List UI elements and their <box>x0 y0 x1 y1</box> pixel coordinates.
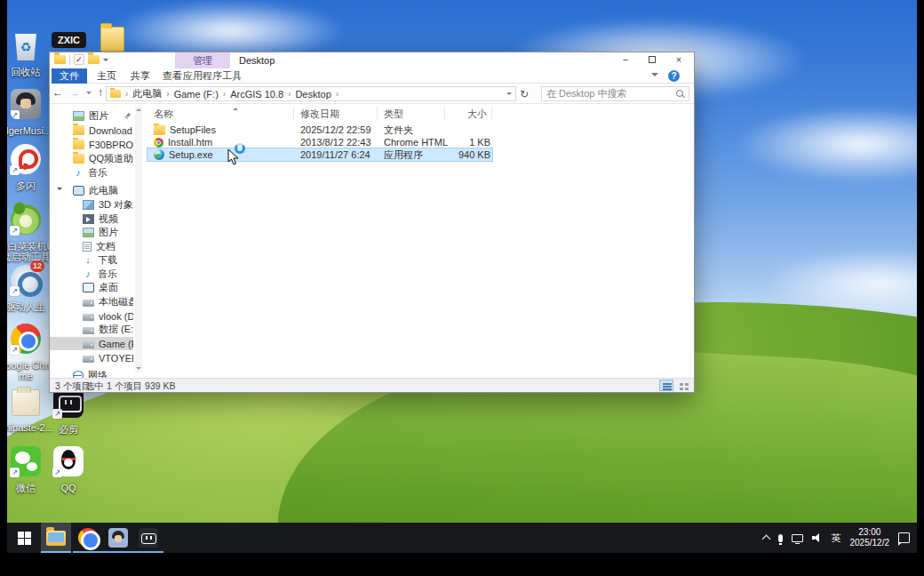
sidebar-item-3d-objects[interactable]: 3D 对象 <box>50 198 133 212</box>
breadcrumb-this-pc[interactable]: 此电脑 <box>132 87 162 100</box>
sidebar-item-f30bpro[interactable]: F30BPRO <box>50 138 133 151</box>
file-row-setup-exe[interactable]: Setup.exe 2019/11/27 6:24 应用程序 940 KB <box>147 148 492 161</box>
column-name[interactable]: 名称 <box>147 107 294 121</box>
qat-customize-icon[interactable] <box>103 59 108 64</box>
maximize-button[interactable] <box>639 52 665 68</box>
crumb-separator: › <box>288 89 291 99</box>
hidden-folder-icon[interactable] <box>100 27 124 52</box>
pictures-icon <box>73 111 84 121</box>
desktop-icon-zxic[interactable]: ZXIC <box>52 32 86 48</box>
column-size[interactable]: 大小 <box>445 107 492 121</box>
tab-share[interactable]: 共享 <box>123 68 158 84</box>
column-date[interactable]: 修改日期 <box>294 107 378 121</box>
tab-app-tools[interactable]: 应用程序工具 <box>175 68 250 84</box>
desktop-icon-qq[interactable]: ↗ QQ <box>39 446 98 493</box>
taskbar: 英 23:00 2025/12/2 <box>7 523 917 553</box>
scroll-down-icon[interactable] <box>136 367 141 370</box>
qat-newfolder-icon[interactable] <box>88 55 100 64</box>
forward-button[interactable]: → <box>69 86 80 99</box>
pictures-icon <box>83 228 94 237</box>
sidebar-item-music[interactable]: ♪ 音乐 <box>50 268 133 281</box>
sidebar-scrollbar[interactable] <box>135 106 142 372</box>
crumb-separator: › <box>125 89 128 99</box>
sidebar-item-desktop[interactable]: 桌面 <box>50 281 133 294</box>
start-button[interactable] <box>9 523 39 553</box>
qq-icon: ↗ <box>53 446 84 476</box>
thumbnails-view-button[interactable] <box>676 380 690 391</box>
sidebar-item-vtoyefi-g[interactable]: VTOYEFI (G:) <box>50 351 133 364</box>
sidebar-item-local-disk-c[interactable]: 本地磁盘 (C:) <box>50 295 133 308</box>
3d-objects-icon <box>83 200 94 210</box>
file-row-setupfiles[interactable]: SetupFiles 2025/12/2 22:59 文件夹 <box>147 124 492 136</box>
sidebar-item-download[interactable]: Download <box>50 124 133 137</box>
file-row-install-htm[interactable]: Install.htm 2013/8/12 22:43 Chrome HTML … <box>147 136 492 148</box>
address-bar[interactable]: › 此电脑 › Game (F:) › ArcGIS 10.8 › Deskto… <box>106 86 516 101</box>
sidebar-item-this-pc[interactable]: 此电脑 <box>50 184 133 197</box>
sidebar-item-videos[interactable]: 视频 <box>50 212 133 226</box>
drive-icon <box>83 341 94 348</box>
search-icon[interactable] <box>675 90 684 99</box>
ribbon-collapse-icon[interactable] <box>651 73 658 80</box>
desktop[interactable]: ♻ 回收站 ↗ AlgerMusi... ↗ 多闪 ↗ 大白菜装机U盘启动工具 … <box>7 0 917 553</box>
sidebar-item-game-f[interactable]: Game (F:) <box>50 337 133 350</box>
divider <box>69 55 70 65</box>
qat-folder-icon[interactable] <box>54 55 66 64</box>
sidebar-item-qq-helper[interactable]: QQ频道助手v3.5 <box>50 152 133 165</box>
desktop-icon-alger-music[interactable]: ↗ AlgerMusi... <box>7 89 55 136</box>
minimize-button[interactable]: − <box>612 52 639 68</box>
taskbar-bijian-button[interactable] <box>133 523 163 553</box>
refresh-button[interactable]: ↻ <box>520 88 529 100</box>
desktop-icon-chrome[interactable]: ↗ Google Chrome <box>7 324 55 381</box>
alger-music-icon <box>108 528 128 548</box>
desktop-icon-bijian[interactable]: ↗ 必剪 <box>39 388 98 435</box>
desktop-icon-dabaicai[interactable]: ↗ 大白菜装机U盘启动工具 <box>7 204 55 262</box>
address-dropdown-icon[interactable] <box>506 92 512 98</box>
sidebar-item-pictures[interactable]: 图片 <box>50 226 133 239</box>
desktop-icon-duoshan[interactable]: ↗ 多闪 <box>7 144 55 191</box>
desktop-icon-recycle-bin[interactable]: ♻ 回收站 <box>7 32 55 77</box>
volume-icon[interactable] <box>812 533 823 542</box>
microphone-icon[interactable] <box>778 534 783 542</box>
input-language-indicator[interactable]: 英 <box>832 532 841 545</box>
tab-file[interactable]: 文件 <box>52 68 87 84</box>
taskbar-chrome-button[interactable] <box>73 523 103 553</box>
title-bar[interactable]: ✓ 管理 Desktop − × <box>50 52 694 68</box>
details-view-button[interactable] <box>659 380 673 391</box>
taskbar-algermusic-button[interactable] <box>103 523 133 553</box>
sidebar-item-vlook-d[interactable]: vlook (D:) <box>50 309 133 323</box>
sidebar-item-downloads[interactable]: ↓ 下载 <box>50 253 133 267</box>
sidebar-item-data-e[interactable]: 数据 (E:) <box>50 323 133 336</box>
close-button[interactable]: × <box>665 52 692 68</box>
alger-music-icon: ↗ <box>11 89 41 119</box>
back-button[interactable]: ← <box>52 86 63 99</box>
qat-properties-icon[interactable]: ✓ <box>74 54 84 65</box>
explorer-window: ✓ 管理 Desktop − × 文件 主页 共享 查看 应用程序工具 <box>49 52 695 393</box>
recent-locations-icon[interactable] <box>86 92 92 97</box>
desktop-icon-qudong[interactable]: 12 ↗ 驱动人生 <box>7 265 55 312</box>
file-list: 名称 修改日期 类型 大小 SetupFiles 2025/12/2 22:59… <box>147 104 689 371</box>
breadcrumb-desktop[interactable]: Desktop <box>295 89 331 100</box>
tab-home[interactable]: 主页 <box>89 68 124 84</box>
snipaste-icon <box>12 389 40 416</box>
expand-caret-icon[interactable] <box>57 188 62 193</box>
help-button[interactable]: ? <box>668 70 680 82</box>
action-center-icon[interactable] <box>898 532 910 543</box>
sort-ascending-icon <box>233 105 238 110</box>
breadcrumb-arcgis[interactable]: ArcGIS 10.8 <box>230 89 283 100</box>
videos-icon <box>83 214 94 224</box>
sidebar-item-documents[interactable]: 文档 <box>50 240 133 253</box>
hidden-icons-chevron[interactable] <box>761 535 770 544</box>
search-placeholder: 在 Desktop 中搜索 <box>546 87 626 100</box>
sidebar-item-pictures-qa[interactable]: 图片 <box>50 109 133 123</box>
network-display-icon[interactable] <box>792 534 803 542</box>
column-type[interactable]: 类型 <box>378 107 445 121</box>
clock[interactable]: 23:00 2025/12/2 <box>850 527 890 548</box>
scroll-up-icon[interactable] <box>136 108 141 111</box>
navigation-buttons: ← → ↑ <box>52 86 103 99</box>
sidebar-item-music-qa[interactable]: ♪ 音乐 <box>50 166 133 180</box>
up-button[interactable]: ↑ <box>98 86 103 99</box>
taskbar-explorer-button[interactable] <box>41 523 71 553</box>
windows-logo-icon <box>18 532 31 545</box>
breadcrumb-game-f[interactable]: Game (F:) <box>174 89 219 100</box>
search-input[interactable]: 在 Desktop 中搜索 <box>541 86 689 101</box>
